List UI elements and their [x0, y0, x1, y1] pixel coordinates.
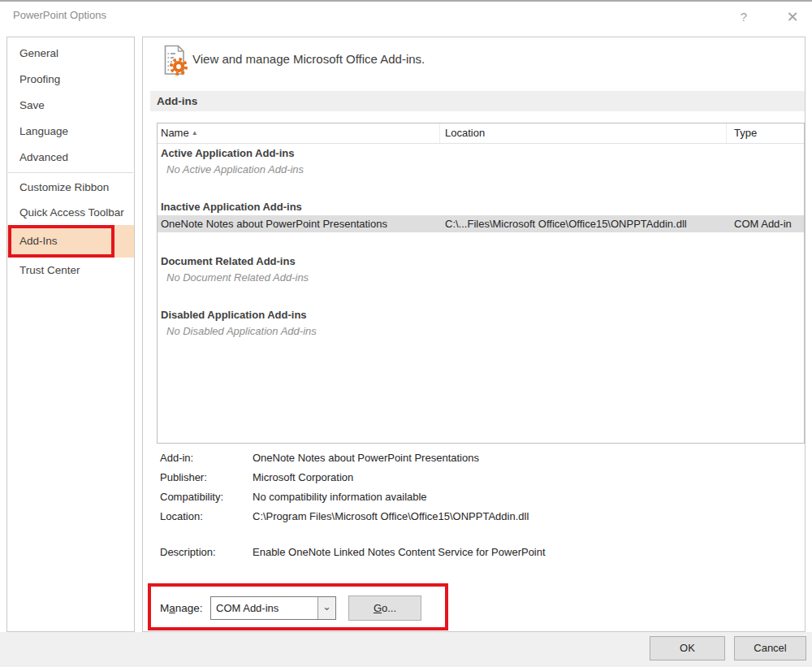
- table-spacer: [158, 286, 804, 307]
- sidebar-item-customize-ribbon[interactable]: Customize Ribbon: [7, 175, 134, 200]
- addins-document-gear-icon: [158, 44, 191, 76]
- sort-ascending-icon: ▲: [192, 129, 198, 136]
- add-ins-page: View and manage Microsoft Office Add-ins…: [142, 37, 806, 632]
- sidebar-item-advanced[interactable]: Advanced: [7, 145, 134, 171]
- sidebar-item-quick-access-toolbar[interactable]: Quick Access Toolbar: [7, 200, 134, 225]
- detail-label: Publisher:: [160, 468, 253, 487]
- detail-row-addin: Add-in: OneNote Notes about PowerPoint P…: [160, 448, 546, 468]
- addin-name-cell: OneNote Notes about PowerPoint Presentat…: [158, 215, 440, 232]
- close-icon[interactable]: ✕: [780, 5, 805, 29]
- detail-label: Location:: [160, 507, 253, 526]
- empty-group-text: No Active Application Add-ins: [158, 162, 804, 178]
- ok-button[interactable]: OK: [650, 636, 725, 661]
- go-button[interactable]: Go...: [348, 596, 421, 621]
- empty-group-text: No Document Related Add-ins: [158, 270, 804, 286]
- sidebar-item-save[interactable]: Save: [7, 93, 134, 119]
- dialog-footer: OK Cancel: [0, 632, 812, 667]
- group-header-active: Active Application Add-ins: [158, 145, 804, 162]
- sidebar-item-label: Add-Ins: [19, 235, 58, 247]
- add-ins-section-header: Add-ins: [150, 91, 805, 111]
- add-ins-table: Name▲ Location Type Active Application A…: [157, 123, 805, 444]
- titlebar: PowerPoint Options ? ✕: [0, 2, 812, 34]
- addin-type-cell: COM Add-in: [727, 215, 804, 232]
- detail-value: Microsoft Corporation: [253, 468, 353, 487]
- detail-row-publisher: Publisher: Microsoft Corporation: [160, 468, 546, 487]
- detail-value: C:\Program Files\Microsoft Office\Office…: [253, 507, 529, 526]
- sidebar-item-language[interactable]: Language: [7, 119, 134, 145]
- column-header-location[interactable]: Location: [440, 123, 727, 143]
- powerpoint-options-dialog: PowerPoint Options ? ✕ General Proofing …: [0, 0, 812, 667]
- detail-value: Enable OneNote Linked Notes Content Serv…: [253, 543, 546, 562]
- manage-dropdown-value: COM Add-ins: [211, 597, 317, 619]
- dialog-title: PowerPoint Options: [13, 9, 106, 21]
- table-spacer: [158, 178, 804, 199]
- addin-location-cell: C:\...Files\Microsoft Office\Office15\ON…: [440, 215, 727, 232]
- sidebar-divider: [8, 172, 133, 173]
- page-title: View and manage Microsoft Office Add-ins…: [192, 52, 425, 66]
- group-header-document-related: Document Related Add-ins: [158, 253, 804, 270]
- detail-label: Description:: [160, 543, 253, 562]
- detail-value: OneNote Notes about PowerPoint Presentat…: [253, 448, 479, 468]
- detail-value: No compatibility information available: [253, 487, 427, 507]
- manage-dropdown[interactable]: COM Add-ins ⌄: [210, 596, 336, 620]
- detail-label: Compatibility:: [160, 487, 253, 507]
- help-icon[interactable]: ?: [733, 6, 754, 28]
- detail-row-compatibility: Compatibility: No compatibility informat…: [160, 487, 546, 507]
- sidebar-item-general[interactable]: General: [7, 41, 134, 67]
- detail-row-description: Description: Enable OneNote Linked Notes…: [160, 543, 546, 562]
- empty-group-text: No Disabled Application Add-ins: [158, 323, 804, 340]
- group-header-inactive: Inactive Application Add-ins: [158, 199, 804, 215]
- chevron-down-icon[interactable]: ⌄: [317, 597, 335, 619]
- table-header-row: Name▲ Location Type: [158, 123, 804, 144]
- table-spacer: [158, 232, 804, 253]
- manage-label: Manage:: [160, 596, 203, 621]
- cancel-button[interactable]: Cancel: [734, 636, 806, 661]
- detail-label: Add-in:: [160, 448, 253, 468]
- sidebar-item-add-ins[interactable]: Add-Ins: [7, 225, 134, 258]
- sidebar-item-trust-center[interactable]: Trust Center: [7, 258, 134, 284]
- column-header-type[interactable]: Type: [727, 123, 804, 143]
- column-header-name[interactable]: Name▲: [158, 123, 440, 143]
- options-sidebar: General Proofing Save Language Advanced …: [6, 37, 135, 632]
- group-header-disabled: Disabled Application Add-ins: [158, 307, 804, 323]
- detail-row-location: Location: C:\Program Files\Microsoft Off…: [160, 507, 546, 526]
- sidebar-item-proofing[interactable]: Proofing: [7, 67, 134, 93]
- table-row-onenote-addin[interactable]: OneNote Notes about PowerPoint Presentat…: [158, 215, 804, 232]
- addin-details: Add-in: OneNote Notes about PowerPoint P…: [160, 448, 546, 562]
